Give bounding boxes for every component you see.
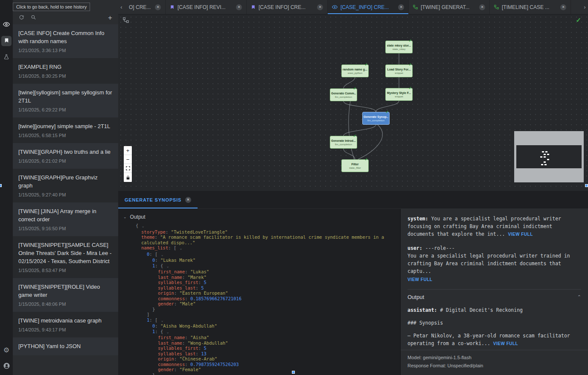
model-line: Model: gemini/gemini-1.5-flash [408, 354, 581, 362]
tab-close-icon[interactable]: ✕ [479, 4, 485, 10]
synopsis-text: – Petar Nikolov, a 38-year-old romance s… [408, 333, 570, 346]
tab-scroll-right-icon[interactable]: › [582, 0, 588, 14]
prompt-list-item[interactable]: [TWINE][SNIPPET][ROLE] Video game writer… [13, 278, 118, 312]
prompt-list-item[interactable]: [EXAMPLE] RNG1/16/2025, 8:30:25 PM [13, 58, 118, 84]
zoom-out-button[interactable]: − [124, 155, 132, 164]
add-prompt-button[interactable]: + [108, 14, 112, 21]
prompt-list-item[interactable]: [twine][syllogism] sample syllogism for … [13, 84, 118, 117]
graph-node[interactable]: ✓random name g...exec_python [341, 64, 369, 77]
chevron-up-icon: ⌃ [577, 294, 581, 300]
inspector-output-header[interactable]: Output ⌃ [408, 294, 581, 300]
collapse-chevron-icon[interactable]: ⌄ [161, 253, 163, 257]
gear-icon: ⚙ [3, 347, 9, 354]
lock-button[interactable] [124, 173, 132, 182]
tab-4[interactable]: [TWINE] GENERAT...✕ [409, 0, 490, 14]
graph-node[interactable]: ✓Load Story For...snippet [385, 64, 413, 77]
account-icon [3, 362, 10, 371]
tab-0[interactable]: O] CRE...✕ [125, 0, 166, 14]
minimap[interactable] [514, 131, 584, 182]
user-role-label: user: [408, 245, 422, 251]
json-tree-line[interactable]: names_list: [ ⌄ [136, 245, 392, 252]
resize-handle-left[interactable] [0, 184, 2, 187]
output-label: Output [130, 214, 146, 220]
node-title: state mkey stor... [387, 44, 411, 47]
json-tree-line: } [136, 372, 392, 375]
chevron-down-icon: ⌄ [123, 215, 127, 219]
prompt-list-item[interactable]: [TWINE] metroidvania case graph1/14/2025… [13, 312, 118, 337]
prompt-timestamp: 1/16/2025, 8:30:25 PM [18, 73, 113, 79]
refresh-icon[interactable] [19, 15, 24, 21]
node-success-check-icon: ✓ [364, 157, 368, 161]
prompt-list-item[interactable]: [TWINE] [JINJA] Array merge in correct o… [13, 202, 118, 236]
account-button[interactable] [1, 361, 12, 372]
json-tree-line: origin: "Eastern European" [136, 290, 392, 296]
zoom-fit-button[interactable] [124, 164, 132, 173]
prompt-title: [twine][journey] simple sample - 2T1L [18, 122, 113, 130]
collapse-chevron-icon[interactable]: ⌄ [161, 319, 163, 322]
graph-node[interactable]: ✓Filterstate_filter [341, 159, 369, 172]
sidebar-toolbar: + [13, 10, 118, 24]
prompt-list-item[interactable]: [TWINE][GRAPH]Pure Graphviz graph1/15/20… [13, 169, 118, 202]
system-view-full-link[interactable]: VIEW FULL [508, 232, 533, 237]
node-success-check-icon: ✓ [353, 86, 356, 91]
json-tree-line[interactable]: { ⌄ [136, 223, 392, 229]
json-tree-line[interactable]: 0: [ ⌄ [136, 252, 392, 258]
prompt-list-item[interactable]: [twine][journey] simple sample - 2T1L1/1… [13, 117, 118, 143]
node-subtitle: llm_completion [367, 119, 384, 122]
prompt-timestamp: 1/16/2025, 6:21:02 PM [18, 158, 113, 164]
tab-generate-synopsis[interactable]: GENERATE SYNOPSIS ✕ [118, 191, 198, 208]
resize-handle-right[interactable] [585, 184, 588, 187]
prompts-section-button[interactable] [1, 36, 12, 46]
zoom-in-button[interactable]: + [124, 146, 132, 155]
minimap-viewport[interactable] [516, 145, 582, 168]
bottom-tab-close-icon[interactable]: ✕ [185, 197, 191, 203]
prompt-list-item[interactable]: [TWINE][SNIPPET][SAMPLE CASE] Online Thr… [13, 236, 118, 278]
prompt-list-item[interactable]: [TWINE][GRAPH} two truths and a lie1/16/… [13, 143, 118, 169]
assistant-role-label: assistant: [408, 307, 437, 313]
bottom-tab-bar: GENERATE SYNOPSIS ✕ [118, 191, 588, 209]
tab-close-icon[interactable]: ✕ [155, 4, 161, 10]
node-title: Filter [351, 162, 358, 166]
workflow-icon[interactable] [123, 17, 129, 24]
tab-5[interactable]: [TIMELINE] CASE ...✕ [490, 0, 571, 14]
json-tree-line: first_name: "Aisha" [136, 335, 392, 340]
collapse-chevron-icon[interactable]: ⌄ [167, 330, 169, 334]
node-subtitle: exec_python [348, 71, 362, 75]
user-message: user: ---role--- You are a specialist le… [408, 244, 581, 284]
collapse-chevron-icon[interactable]: ⌄ [167, 264, 169, 268]
assistant-view-full-link[interactable]: VIEW FULL [493, 341, 518, 346]
graph-node[interactable]: ✓state mkey stor...state_mkey [385, 41, 413, 53]
tab-1[interactable]: [CASE INFO] REVI...✕ [166, 0, 247, 14]
graph-node[interactable]: ✓Generate Comm...llm_completion [330, 88, 357, 101]
search-icon[interactable] [31, 15, 36, 21]
collapse-chevron-icon[interactable]: ⌄ [180, 246, 182, 250]
flow-icon [413, 5, 418, 9]
graph-node[interactable]: ✓Generate Synop...llm_completion [362, 112, 390, 125]
resize-handle-bottom[interactable] [292, 371, 295, 374]
tab-close-icon[interactable]: ✕ [398, 4, 404, 10]
json-tree-line[interactable]: 1: { ⌄ [136, 329, 392, 335]
collapse-chevron-icon[interactable]: ⌄ [142, 224, 144, 228]
user-view-full-link[interactable]: VIEW FULL [408, 276, 581, 284]
experiments-button[interactable] [1, 52, 12, 62]
watch-eye-button[interactable] [1, 20, 12, 30]
tab-close-icon[interactable]: ✕ [560, 4, 566, 10]
prompt-list-item[interactable]: [CASE INFO] Create Common Info with rand… [13, 24, 118, 58]
tab-close-icon[interactable]: ✕ [236, 4, 242, 10]
assistant-message: assistant: # Digital Deceit's Reckoning [408, 306, 581, 314]
prompt-list-item[interactable]: [PYTHON] Yaml to JSON [13, 337, 118, 355]
graph-node[interactable]: ✓Mystery Style F...snippet [385, 88, 413, 101]
tab-2[interactable]: [CASE INFO] CRE...✕ [247, 0, 328, 14]
tab-scroll-left-icon[interactable]: ‹ [118, 0, 125, 14]
graph-canvas[interactable]: ✓state mkey stor...state_mkey✓random nam… [118, 15, 588, 191]
tab-close-icon[interactable]: ✕ [317, 4, 323, 10]
json-tree-line[interactable]: 1: [ ⌄ [136, 317, 392, 324]
tab-3[interactable]: [CASE_INFO] CRE...✕ [328, 0, 409, 14]
settings-button[interactable]: ⚙ [1, 345, 12, 355]
graph-node[interactable]: ✓Generate Introd...llm_completion [330, 136, 357, 149]
json-tree-line: syllables_last: 5 [136, 285, 392, 291]
eye-icon [332, 4, 338, 10]
output-section-header[interactable]: ⌄ Output [123, 214, 400, 220]
tab-label: O] CRE... [129, 4, 152, 10]
json-tree-line[interactable]: 1: { ⌄ [136, 263, 392, 270]
